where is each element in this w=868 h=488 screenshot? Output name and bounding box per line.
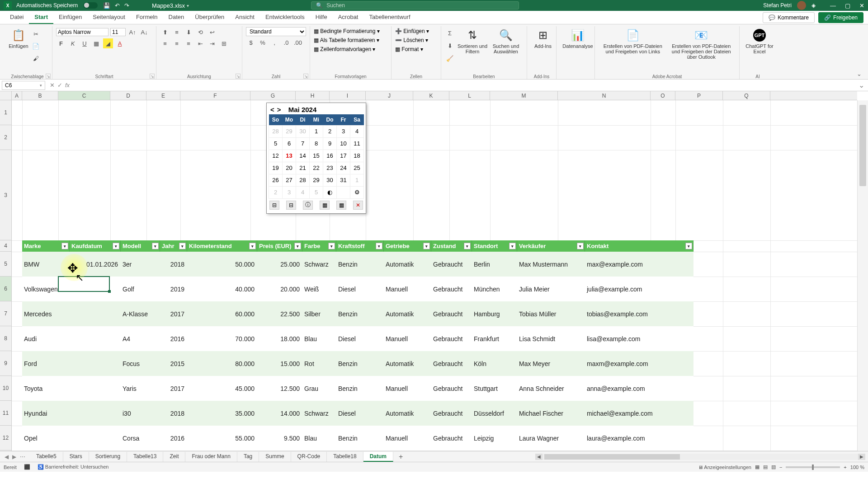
table-cell[interactable]: 2016 xyxy=(160,426,187,450)
font-name-input[interactable] xyxy=(56,28,108,36)
page-break-view-icon[interactable]: ▧ xyxy=(771,464,776,470)
orientation-icon[interactable]: ⟲ xyxy=(195,27,205,37)
table-cell[interactable]: Automatik xyxy=(384,351,431,376)
formula-input[interactable] xyxy=(72,84,855,86)
column-headers[interactable]: ABCDEFGHIJKLMNOPQ xyxy=(12,91,857,100)
spreadsheet-grid[interactable]: ABCDEFGHIJKLMNOPQ 123456789101112 < > Ma… xyxy=(0,91,868,451)
table-cell[interactable]: 55.000 xyxy=(187,426,257,450)
column-header[interactable]: I xyxy=(330,91,366,100)
table-header[interactable]: Kilometerstand▾ xyxy=(187,240,257,252)
column-header[interactable]: B xyxy=(22,91,58,100)
cal-day[interactable]: 20 xyxy=(283,162,296,174)
table-cell[interactable]: 60.000 xyxy=(187,301,257,326)
sheet-tab[interactable]: Summe xyxy=(259,452,291,462)
table-cell[interactable]: 80.000 xyxy=(187,351,257,376)
table-cell[interactable]: Schwarz xyxy=(302,252,336,277)
sheet-nav-more-icon[interactable]: ⋯ xyxy=(20,454,25,460)
table-cell[interactable]: Max Meyer xyxy=(517,351,585,376)
pdf-links-button[interactable]: 📄Erstellen von PDF-Dateien und Freigeben… xyxy=(599,27,667,60)
font-color-icon[interactable]: A xyxy=(115,38,125,48)
table-header[interactable]: Getriebe▾ xyxy=(384,240,431,252)
align-right-icon[interactable]: ≡ xyxy=(184,38,193,48)
column-header[interactable]: N xyxy=(558,91,651,100)
ribbon-tab[interactable]: Acrobat xyxy=(333,11,364,24)
sheet-tab[interactable]: Sortierung xyxy=(89,452,127,462)
table-cell[interactable] xyxy=(70,426,121,450)
table-cell[interactable]: Stuttgart xyxy=(472,376,517,401)
table-cell[interactable]: 12.500 xyxy=(257,376,302,401)
table-cell[interactable]: Köln xyxy=(472,351,517,376)
table-row[interactable]: VolkswagenGolf201940.00020.000WeißDiesel… xyxy=(22,277,693,301)
table-cell[interactable]: A-Klasse xyxy=(121,301,160,326)
table-cell[interactable]: Laura Wagner xyxy=(517,426,585,450)
table-header[interactable]: Marke▾ xyxy=(22,240,70,252)
fx-icon[interactable]: fx xyxy=(65,82,70,89)
save-icon[interactable]: 💾 xyxy=(103,2,110,9)
table-row[interactable]: OpelCorsa201655.0009.500BlauBenzinManuel… xyxy=(22,426,693,450)
cal-day[interactable]: 3 xyxy=(337,125,350,137)
cal-day[interactable]: 25 xyxy=(350,162,364,174)
table-cell[interactable]: lisa@example.com xyxy=(585,326,693,351)
increase-font-icon[interactable]: A↑ xyxy=(127,27,137,37)
table-header[interactable]: Kaufdatum▾ xyxy=(70,240,121,252)
row-headers[interactable]: 123456789101112 xyxy=(0,100,12,451)
cal-prev-icon[interactable]: < xyxy=(270,106,274,113)
vertical-scrollbar[interactable] xyxy=(857,100,868,451)
cal-day[interactable]: 1 xyxy=(310,125,323,137)
paste-button[interactable]: 📋Einfügen xyxy=(6,27,31,63)
table-cell[interactable]: 20.000 xyxy=(257,277,302,301)
cal-day[interactable]: 24 xyxy=(337,162,350,174)
ribbon-tab[interactable]: Einfügen xyxy=(53,11,87,24)
table-cell[interactable]: Automatik xyxy=(384,401,431,426)
table-header[interactable]: Farbe▾ xyxy=(302,240,336,252)
table-cell[interactable]: 2017 xyxy=(160,376,187,401)
table-cell[interactable]: München xyxy=(472,277,517,301)
search-box[interactable]: 🔍 Suchen xyxy=(311,1,519,9)
table-cell[interactable]: Berlin xyxy=(472,252,517,277)
increase-decimal-icon[interactable]: .0 xyxy=(281,38,291,47)
increase-indent-icon[interactable]: ⇥ xyxy=(207,38,217,48)
row-header[interactable]: 1 xyxy=(0,100,11,125)
cal-day[interactable]: 17 xyxy=(337,150,350,162)
collapse-ribbon-icon[interactable]: ⌄ xyxy=(853,69,865,79)
table-cell[interactable] xyxy=(70,376,121,401)
column-header[interactable]: F xyxy=(180,91,250,100)
table-cell[interactable]: Silber xyxy=(302,301,336,326)
table-cell[interactable]: Gebraucht xyxy=(431,301,472,326)
ribbon-tab[interactable]: Hilfe xyxy=(310,11,333,24)
table-cell[interactable]: 2017 xyxy=(160,301,187,326)
table-header[interactable]: Modell▾ xyxy=(121,240,160,252)
table-cell[interactable]: 15.000 xyxy=(257,351,302,376)
cal-day[interactable]: 28 xyxy=(269,125,283,137)
filter-icon[interactable]: ▾ xyxy=(685,243,692,249)
table-cell[interactable]: Rot xyxy=(302,351,336,376)
table-cell[interactable]: julia@example.com xyxy=(585,277,693,301)
bold-icon[interactable]: F xyxy=(56,38,66,48)
cut-icon[interactable]: ✂ xyxy=(31,29,41,39)
table-cell[interactable]: 50.000 xyxy=(187,252,257,277)
sort-filter-button[interactable]: ⇅Sortieren und Filtern xyxy=(457,27,488,63)
table-cell[interactable]: Focus xyxy=(121,351,160,376)
table-cell[interactable]: Yaris xyxy=(121,376,160,401)
sheet-tab[interactable]: QR-Code xyxy=(291,452,327,462)
cal-day[interactable]: 28 xyxy=(296,174,310,186)
cal-day[interactable]: 23 xyxy=(323,162,337,174)
number-format-select[interactable]: Standard xyxy=(246,27,306,36)
filter-icon[interactable]: ▾ xyxy=(577,243,584,249)
table-cell[interactable]: 2016 xyxy=(160,326,187,351)
table-cell[interactable]: Hamburg xyxy=(472,301,517,326)
conditional-format-button[interactable]: ▦ Bedingte Formatierung ▾ xyxy=(314,28,387,34)
cal-day[interactable]: 7 xyxy=(296,137,310,150)
table-cell[interactable]: 18.000 xyxy=(257,326,302,351)
ribbon-tab[interactable]: Daten xyxy=(163,11,190,24)
table-cell[interactable]: Automatik xyxy=(384,252,431,277)
table-cell[interactable]: 35.000 xyxy=(187,401,257,426)
table-cell[interactable]: anna@example.com xyxy=(585,376,693,401)
table-cell[interactable]: tobias@example.com xyxy=(585,301,693,326)
table-cell[interactable]: Manuell xyxy=(384,376,431,401)
table-cell[interactable]: Gebraucht xyxy=(431,401,472,426)
table-cell[interactable]: Golf xyxy=(121,277,160,301)
hscroll-left-icon[interactable]: ◀ xyxy=(535,454,542,460)
filter-icon[interactable]: ▾ xyxy=(249,243,256,249)
cal-next-icon[interactable]: > xyxy=(277,106,281,113)
